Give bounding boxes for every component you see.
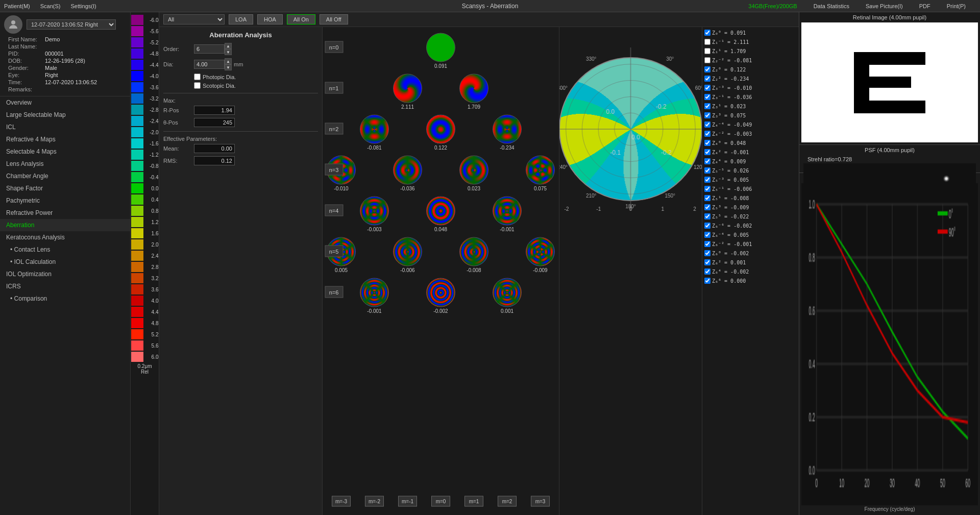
sidebar-item-icrs[interactable]: ICRS [0,280,130,292]
zcoeff-row-11: Z₄⁻² = -0.003 [704,129,797,138]
zcoeff-checkbox-15[interactable] [704,167,710,174]
zcoeff-checkbox-8[interactable] [704,103,710,109]
zcoeff-label-27: Z₆⁶ = 0.000 [712,278,746,284]
theta-input[interactable] [194,118,235,127]
zcoeff-checkbox-26[interactable] [704,268,710,275]
loa-button[interactable]: LOA [229,14,253,24]
zcoeff-checkbox-6[interactable] [704,85,710,91]
sidebar-item-refractive4maps[interactable]: Refractive 4 Maps [0,133,130,145]
sidebar-item-chamber-angle[interactable]: Chamber Angle [0,170,130,182]
photopic-row: Photopic Dia. [163,73,318,80]
color-scale: -6.0-5.6-5.2-4.8-4.4-4.0-3.6-3.2-2.8-2.4… [131,12,159,515]
mean-input[interactable] [194,144,235,153]
zcoeff-checkbox-1[interactable] [704,39,710,45]
map-selector[interactable]: All [163,14,225,24]
menu-scan[interactable]: Scan(S) [40,3,61,9]
zcoeff-row-26: Z₆⁴ = -0.002 [704,267,797,276]
data-statistics-btn[interactable]: Data Statistics [814,3,849,9]
hoa-button[interactable]: HOA [257,14,283,24]
zcoeff-label-20: Z₅⁵ = -0.022 [712,214,749,219]
all-on-button[interactable]: All On [287,14,315,24]
sidebar-item-iol-optimization[interactable]: IOL Optimization [0,268,130,280]
save-picture-btn[interactable]: Save Picture(I) [866,3,903,9]
scale-item--2.8: -2.8 [131,104,159,115]
scale-item--0.4: -0.4 [131,171,159,183]
print-btn[interactable]: Print(P) [947,3,966,9]
scale-item--6.0: -6.0 [131,14,159,26]
zcoeff-row-10: Z₄⁻⁴ = -0.049 [704,120,797,129]
scale-item--4.0: -4.0 [131,70,159,82]
zcoeff-row-20: Z₅⁵ = -0.022 [704,212,797,221]
zcoeff-checkbox-12[interactable] [704,140,710,146]
sidebar-item-selectable4maps[interactable]: Selectable 4 Maps [0,145,130,158]
sidebar-item-pachymetric[interactable]: Pachymetric [0,194,130,207]
pdf-btn[interactable]: PDF [919,3,930,9]
sidebar-item-lens-analysis[interactable]: Lens Analysis [0,158,130,170]
scale-item-6.0: 6.0 [131,351,159,362]
menu-patient[interactable]: Patient(M) [4,3,30,9]
zcoeff-checkbox-22[interactable] [704,232,710,238]
memory-info: 34GB(Free)/200GB [748,3,797,9]
all-off-button[interactable]: All Off [320,14,348,24]
rms-input[interactable] [194,156,235,165]
zcoeff-checkbox-27[interactable] [704,278,710,284]
zernike-coefficients-panel: Z₀⁰ = 0.091Z₁⁻¹ = 2.111Z₁¹ = 1.709Z₂⁻² =… [702,27,799,515]
dia-down-btn[interactable]: ▼ [225,64,232,70]
dia-input[interactable] [194,60,225,69]
scale-item-2.8: 2.8 [131,261,159,273]
dia-up-btn[interactable]: ▲ [225,58,232,64]
sidebar-item-overview[interactable]: Overview [0,96,130,109]
zcoeff-checkbox-2[interactable] [704,48,710,54]
zcoeff-checkbox-17[interactable] [704,186,710,192]
sidebar-item-icl[interactable]: ICL [0,121,130,133]
scotopic-checkbox[interactable] [194,82,201,89]
zcoeff-checkbox-3[interactable] [704,57,710,63]
menu-settings[interactable]: Settings(I) [71,3,96,9]
sidebar-item-comparison[interactable]: • Comparison [0,292,130,305]
scale-item-4.8: 4.8 [131,317,159,329]
zcoeff-label-10: Z₄⁻⁴ = -0.049 [712,122,752,128]
zcoeff-checkbox-24[interactable] [704,250,710,256]
zcoeff-checkbox-13[interactable] [704,149,710,155]
scotopic-row: Scotopic Dia. [163,82,318,89]
sidebar-item-refractive-power[interactable]: Refractive Power [0,207,130,219]
scale-item-1.6: 1.6 [131,228,159,239]
sidebar-item-keratoconus[interactable]: Keratoconus Analysis [0,231,130,243]
zcoeff-checkbox-5[interactable] [704,76,710,82]
zcoeff-label-9: Z₃³ = 0.075 [712,113,746,118]
patient-selector[interactable]: 12-07-2020 13:06:52 Right [27,19,116,30]
zcoeff-checkbox-18[interactable] [704,195,710,201]
zcoeff-row-27: Z₆⁶ = 0.000 [704,276,797,285]
strehl-ratio: Strehl ratio=0.728 [803,155,976,163]
zcoeff-checkbox-11[interactable] [704,131,710,137]
order-input[interactable] [194,44,225,54]
zcoeff-label-2: Z₁¹ = 1.709 [712,48,746,54]
zcoeff-checkbox-10[interactable] [704,121,710,128]
zcoeff-checkbox-25[interactable] [704,259,710,265]
photopic-checkbox[interactable] [194,73,201,80]
patient-lastname-row: Last Name: [4,43,126,50]
zcoeff-checkbox-23[interactable] [704,241,710,247]
rpos-input[interactable] [194,106,235,115]
zcoeff-checkbox-9[interactable] [704,112,710,118]
zcoeff-checkbox-16[interactable] [704,177,710,183]
zcoeff-checkbox-7[interactable] [704,94,710,100]
zcoeff-checkbox-4[interactable] [704,66,710,72]
zcoeff-checkbox-21[interactable] [704,223,710,229]
order-up-btn[interactable]: ▲ [225,43,232,49]
zcoeff-label-19: Z₅³ = -0.009 [712,205,749,210]
sidebar-item-iol-calculation[interactable]: • IOL Calculation [0,256,130,268]
zcoeff-checkbox-20[interactable] [704,213,710,219]
order-down-btn[interactable]: ▼ [225,49,232,55]
sidebar-item-aberration[interactable]: Aberration [0,219,130,231]
zcoeff-checkbox-14[interactable] [704,158,710,164]
sidebar-item-shape-factor[interactable]: Shape Factor [0,182,130,194]
zcoeff-row-7: Z₃⁻¹ = -0.036 [704,92,797,102]
sidebar-item-contact-lens[interactable]: • Contact Lens [0,243,130,256]
patient-avatar [4,15,22,34]
sidebar-item-large-map[interactable]: Large Selectable Map [0,109,130,121]
scale-item--4.4: -4.4 [131,59,159,70]
zcoeff-checkbox-19[interactable] [704,204,710,210]
zcoeff-checkbox-0[interactable] [704,30,710,36]
retinal-image-panel: Retinal Image (4.00mm pupil) [799,12,980,145]
